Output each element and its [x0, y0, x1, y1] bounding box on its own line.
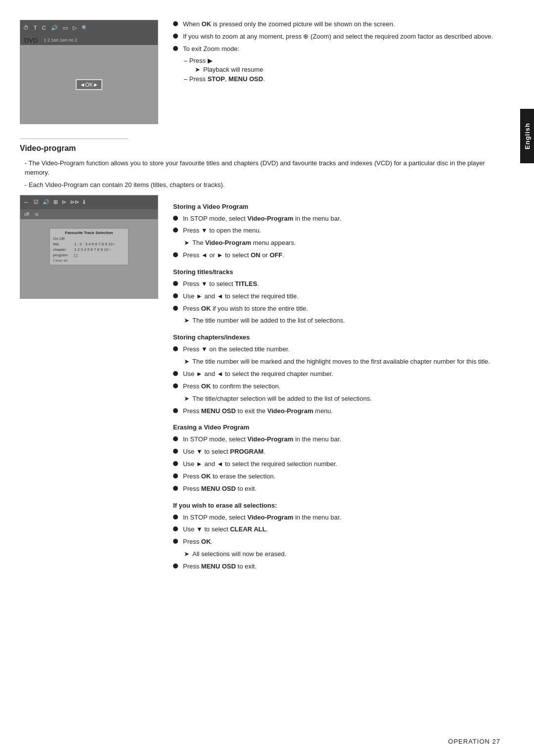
fav-title: Favourite Track Selection: [53, 231, 125, 235]
ea-3: Press OK.: [173, 537, 500, 547]
sc-3: Use ► and ◄ to select the required chapt…: [173, 370, 500, 379]
st-text-2: Use ► and ◄ to select the required title…: [183, 292, 299, 301]
bullet-dot: [173, 515, 178, 520]
bullet-dot: [173, 436, 178, 441]
bullet-dot: [173, 34, 178, 39]
screen-image-1: ⏱ T C 🔊 ▭ ▷ 🔍 DVD 1 2 1en 1en no 2 ◄OK►: [20, 20, 158, 124]
svp-text-2: Press ▼ to open the menu.: [183, 226, 261, 236]
skip-icon: ⊳⊳: [70, 199, 79, 205]
storing-chapters-bullets: Press ▼ on the selected title number. ➤ …: [173, 345, 500, 416]
ea-text-5: Press MENU OSD to exit.: [183, 562, 257, 571]
bullet-text-3: To exit Zoom mode:: [183, 45, 239, 54]
erasing-bullets: In STOP mode, select Video-Program in th…: [173, 435, 500, 493]
arrow-sym: ➤: [184, 357, 189, 367]
dvd-label: DVD: [24, 37, 38, 44]
bullet-dot: [173, 371, 178, 376]
fav-on-label: On Off: [53, 236, 73, 241]
values-bar: DVD 1 2 1en 1en no 2: [20, 35, 158, 45]
storing-titles-bullets: Press ▼ to select TITLES. Use ► and ◄ to…: [173, 280, 500, 326]
er-text-5: Press MENU OSD to exit.: [183, 484, 257, 494]
sc-2: ➤ The title number will be marked and th…: [184, 357, 500, 367]
fav-title-label: title: [53, 242, 73, 246]
t-label: T: [34, 25, 37, 31]
bullet-dot: [173, 346, 178, 351]
play-icon: ▷: [73, 25, 77, 31]
st-text-4: The title number will be added to the li…: [192, 316, 345, 326]
sc-text-5: The title/chapter selection will be adde…: [192, 394, 372, 404]
sc-1: Press ▼ on the selected title number.: [173, 345, 500, 354]
exit-zoom-block: – Press ▶ ➤ Playback will resume – Press…: [184, 57, 500, 83]
top-text-col: When OK is pressed only the zoomed pictu…: [173, 20, 500, 124]
sc-text-4: Press OK to confirm the selection.: [183, 382, 280, 391]
ea-text-2: Use ▼ to select CLEAR ALL.: [183, 525, 268, 534]
arrow-left-icon: ←: [23, 198, 30, 206]
bullet-dot: [173, 216, 178, 221]
zoom-icon: 🔍: [82, 25, 88, 31]
check-icon: ☑: [34, 199, 39, 205]
er-text-2: Use ▼ to select PROGRAM.: [183, 447, 266, 457]
subheading-storing-vp: Storing a Video Program: [173, 203, 500, 210]
bullet-dot: [173, 293, 178, 298]
st-1: Press ▼ to select TITLES.: [173, 280, 500, 289]
next-icon: ⊳: [62, 199, 66, 205]
bullet-dot: [173, 281, 178, 286]
svp-text-3: The Video-Program menu appears.: [192, 238, 296, 248]
screen-body-1: ◄OK►: [20, 45, 158, 124]
bullet-dot: [173, 228, 178, 233]
right-text-col: Storing a Video Program In STOP mode, se…: [173, 195, 500, 574]
ea-text-1: In STOP mode, select Video-Program in th…: [183, 513, 341, 522]
sub-bar: off st: [20, 209, 158, 219]
fav-chapter-label: chapter: [53, 247, 73, 252]
svp-3: ➤ The Video-Program menu appears.: [184, 238, 500, 248]
bullet-item-2: If you wish to zoom at any moment, press…: [173, 32, 500, 42]
info-icon: ℹ: [83, 199, 85, 205]
menu-bar-2: ← ☑ 🔊 ⊞ ⊳ ⊳⊳ ℹ: [20, 195, 158, 209]
svp-2: Press ▼ to open the menu.: [173, 226, 500, 236]
section-title: Video-program: [20, 144, 500, 153]
bullet-dot: [173, 449, 178, 454]
menu-bar-1: ⏱ T C 🔊 ▭ ▷ 🔍: [20, 20, 158, 35]
svp-text-4: Press ◄ or ► to select ON or OFF.: [183, 251, 284, 260]
clear-all-label: Clear all: [53, 258, 125, 263]
fav-chapter-nums: 1 2 3 4 5 6 7 8 9 10 ›: [74, 247, 111, 252]
bullet-dot: [173, 306, 178, 311]
subheading-storing-titles: Storing titles/tracks: [173, 268, 500, 276]
bullet-dot: [173, 408, 178, 413]
er-4: Press OK to erase the selection.: [173, 472, 500, 481]
st-2: Use ► and ◄ to select the required title…: [173, 292, 500, 301]
bullet-dot: [173, 461, 178, 466]
svp-text-1: In STOP mode, select Video-Program in th…: [183, 214, 341, 224]
er-2: Use ▼ to select PROGRAM.: [173, 447, 500, 457]
clock-icon: ⏱: [23, 25, 29, 31]
fav-chapter-row: chapter 1 2 3 4 5 6 7 8 9 10 ›: [53, 247, 125, 252]
st-label: st: [35, 212, 39, 217]
svp-4: Press ◄ or ► to select ON or OFF.: [173, 251, 500, 260]
sc-text-3: Use ► and ◄ to select the required chapt…: [183, 370, 333, 379]
sub-item-1: ➤ Playback will resume: [195, 66, 500, 73]
c-label: C: [42, 25, 46, 31]
sub-text-1: Playback will resume: [203, 66, 263, 73]
bullet-dot: [173, 473, 178, 478]
fav-program-label: program: [53, 253, 73, 257]
sc-text-6: Press MENU OSD to exit the Video-Program…: [183, 407, 333, 416]
bullet-text-1: When OK is pressed only the zoomed pictu…: [183, 20, 395, 29]
ea-text-4: All selections will now be erased.: [192, 550, 286, 559]
sc-5: ➤ The title/chapter selection will be ad…: [184, 394, 500, 404]
fav-program-row: program [ ]: [53, 253, 125, 257]
bullet-dot: [173, 21, 178, 26]
ea-4: ➤ All selections will now be erased.: [184, 550, 500, 559]
er-3: Use ► and ◄ to select the required selec…: [173, 460, 500, 469]
arrow-sym: ➤: [184, 316, 189, 326]
top-bullets: When OK is pressed only the zoomed pictu…: [173, 20, 500, 54]
footer: OPERATION 27: [0, 738, 520, 745]
intro-1: - The Video-Program function allows you …: [25, 159, 500, 178]
st-4: ➤ The title number will be added to the …: [184, 316, 500, 326]
er-text-4: Press OK to erase the selection.: [183, 472, 275, 481]
top-section: ⏱ T C 🔊 ▭ ▷ 🔍 DVD 1 2 1en 1en no 2 ◄OK►: [20, 20, 500, 124]
dash-1: – Press ▶: [184, 57, 500, 64]
bullet-dot: [173, 46, 178, 51]
ea-1: In STOP mode, select Video-Program in th…: [173, 513, 500, 522]
screen-body-2: Favourite Track Selection On Off title 1…: [20, 219, 158, 298]
bullet-dot: [173, 526, 178, 531]
off-label: off: [24, 212, 29, 217]
